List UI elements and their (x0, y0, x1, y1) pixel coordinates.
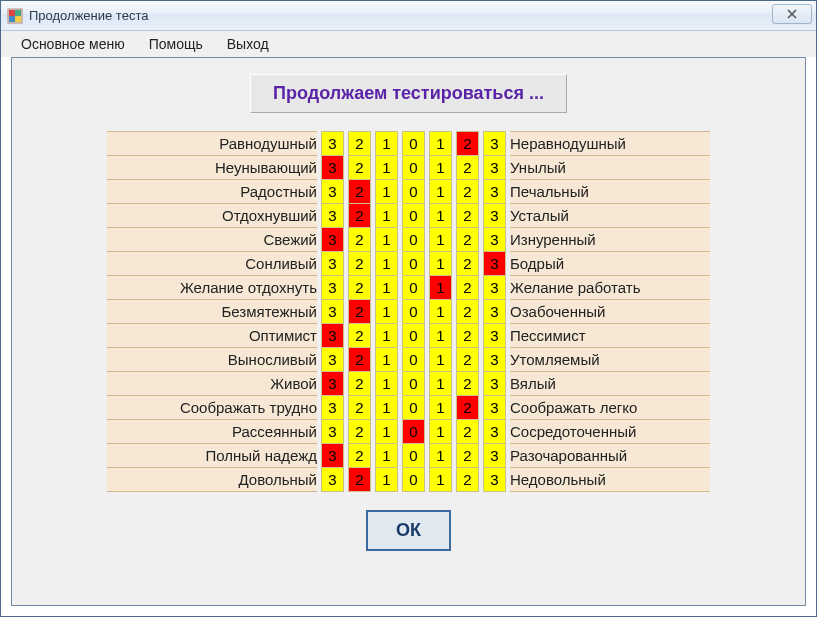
rating-cell[interactable]: 3 (484, 420, 506, 444)
rating-cell[interactable]: 1 (430, 468, 452, 492)
rating-cell[interactable]: 2 (349, 372, 371, 396)
rating-cell[interactable]: 1 (430, 348, 452, 372)
rating-cell[interactable]: 1 (430, 396, 452, 420)
rating-cell[interactable]: 1 (430, 324, 452, 348)
rating-cell[interactable]: 2 (457, 468, 479, 492)
rating-cell[interactable]: 0 (403, 324, 425, 348)
rating-cell[interactable]: 3 (484, 300, 506, 324)
rating-cell[interactable]: 1 (430, 180, 452, 204)
rating-cell[interactable]: 3 (322, 180, 344, 204)
rating-cell[interactable]: 1 (376, 444, 398, 468)
rating-cell[interactable]: 2 (349, 396, 371, 420)
rating-cell[interactable]: 3 (484, 396, 506, 420)
rating-cell[interactable]: 3 (322, 396, 344, 420)
rating-cell[interactable]: 2 (457, 132, 479, 156)
rating-cell[interactable]: 1 (376, 468, 398, 492)
rating-cell[interactable]: 0 (403, 420, 425, 444)
rating-cell[interactable]: 1 (376, 180, 398, 204)
rating-cell[interactable]: 0 (403, 468, 425, 492)
rating-cell[interactable]: 2 (457, 396, 479, 420)
rating-cell[interactable]: 2 (457, 300, 479, 324)
rating-cell[interactable]: 3 (484, 156, 506, 180)
rating-cell[interactable]: 2 (457, 444, 479, 468)
rating-cell[interactable]: 0 (403, 300, 425, 324)
rating-cell[interactable]: 1 (430, 132, 452, 156)
rating-cell[interactable]: 1 (376, 324, 398, 348)
rating-cell[interactable]: 3 (484, 276, 506, 300)
rating-cell[interactable]: 1 (430, 156, 452, 180)
rating-cell[interactable]: 2 (457, 420, 479, 444)
rating-cell[interactable]: 3 (322, 468, 344, 492)
rating-cell[interactable]: 2 (349, 204, 371, 228)
rating-cell[interactable]: 0 (403, 444, 425, 468)
rating-cell[interactable]: 2 (457, 372, 479, 396)
rating-cell[interactable]: 3 (322, 228, 344, 252)
rating-cell[interactable]: 3 (484, 444, 506, 468)
rating-cell[interactable]: 2 (349, 180, 371, 204)
rating-cell[interactable]: 3 (322, 204, 344, 228)
rating-cell[interactable]: 2 (349, 420, 371, 444)
rating-cell[interactable]: 3 (322, 132, 344, 156)
rating-cell[interactable]: 2 (349, 348, 371, 372)
rating-cell[interactable]: 1 (376, 396, 398, 420)
rating-cell[interactable]: 1 (430, 372, 452, 396)
rating-cell[interactable]: 3 (322, 300, 344, 324)
rating-cell[interactable]: 2 (457, 276, 479, 300)
rating-cell[interactable]: 2 (349, 252, 371, 276)
menu-exit[interactable]: Выход (215, 34, 281, 54)
rating-cell[interactable]: 1 (376, 348, 398, 372)
rating-cell[interactable]: 2 (349, 444, 371, 468)
rating-cell[interactable]: 1 (430, 420, 452, 444)
rating-cell[interactable]: 3 (322, 420, 344, 444)
rating-cell[interactable]: 3 (484, 372, 506, 396)
rating-cell[interactable]: 1 (430, 444, 452, 468)
rating-cell[interactable]: 3 (322, 252, 344, 276)
rating-cell[interactable]: 3 (322, 444, 344, 468)
rating-cell[interactable]: 1 (376, 372, 398, 396)
rating-cell[interactable]: 2 (457, 348, 479, 372)
rating-cell[interactable]: 2 (349, 132, 371, 156)
rating-cell[interactable]: 3 (484, 468, 506, 492)
rating-cell[interactable]: 0 (403, 204, 425, 228)
rating-cell[interactable]: 2 (349, 156, 371, 180)
rating-cell[interactable]: 3 (322, 276, 344, 300)
rating-cell[interactable]: 1 (376, 420, 398, 444)
rating-cell[interactable]: 3 (484, 348, 506, 372)
rating-cell[interactable]: 1 (376, 300, 398, 324)
rating-cell[interactable]: 1 (430, 276, 452, 300)
rating-cell[interactable]: 0 (403, 348, 425, 372)
rating-cell[interactable]: 0 (403, 228, 425, 252)
rating-cell[interactable]: 2 (457, 324, 479, 348)
rating-cell[interactable]: 1 (430, 204, 452, 228)
rating-cell[interactable]: 1 (376, 228, 398, 252)
rating-cell[interactable]: 2 (457, 156, 479, 180)
menu-main[interactable]: Основное меню (9, 34, 137, 54)
rating-cell[interactable]: 3 (322, 372, 344, 396)
close-button[interactable] (772, 4, 812, 24)
rating-cell[interactable]: 2 (349, 228, 371, 252)
rating-cell[interactable]: 3 (484, 324, 506, 348)
rating-cell[interactable]: 1 (376, 156, 398, 180)
rating-cell[interactable]: 3 (484, 228, 506, 252)
rating-cell[interactable]: 0 (403, 372, 425, 396)
rating-cell[interactable]: 0 (403, 156, 425, 180)
rating-cell[interactable]: 2 (457, 180, 479, 204)
rating-cell[interactable]: 2 (349, 468, 371, 492)
rating-cell[interactable]: 0 (403, 396, 425, 420)
rating-cell[interactable]: 1 (376, 204, 398, 228)
rating-cell[interactable]: 2 (457, 228, 479, 252)
rating-cell[interactable]: 3 (484, 132, 506, 156)
menu-help[interactable]: Помощь (137, 34, 215, 54)
rating-cell[interactable]: 1 (430, 252, 452, 276)
rating-cell[interactable]: 0 (403, 252, 425, 276)
ok-button[interactable]: ОК (366, 510, 451, 551)
rating-cell[interactable]: 3 (484, 204, 506, 228)
rating-cell[interactable]: 1 (376, 252, 398, 276)
rating-cell[interactable]: 0 (403, 132, 425, 156)
rating-cell[interactable]: 2 (349, 324, 371, 348)
rating-cell[interactable]: 2 (457, 204, 479, 228)
rating-cell[interactable]: 2 (349, 276, 371, 300)
rating-cell[interactable]: 3 (322, 348, 344, 372)
rating-cell[interactable]: 0 (403, 276, 425, 300)
rating-cell[interactable]: 3 (484, 180, 506, 204)
